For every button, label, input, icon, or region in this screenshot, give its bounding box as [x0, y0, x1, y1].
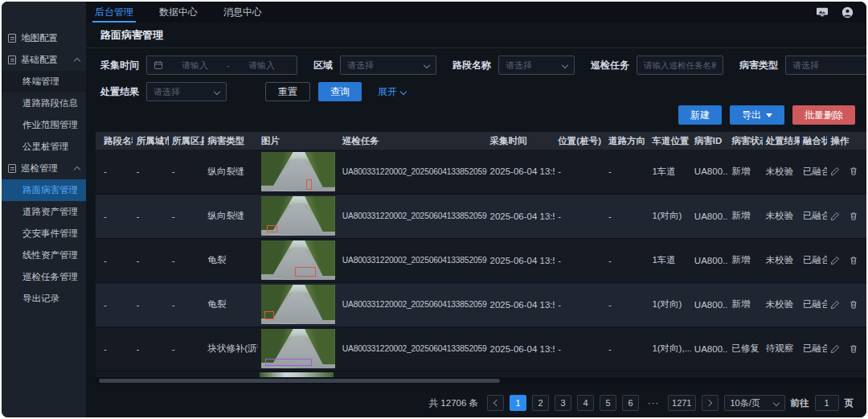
detection-box — [267, 225, 277, 232]
col-task: 巡检任务 — [339, 132, 487, 150]
end-date-input[interactable] — [233, 60, 290, 70]
date-range-input[interactable]: - — [146, 55, 297, 75]
table-row[interactable]: - - - 纵向裂缝 UA800331220002_20250604133852… — [96, 194, 866, 238]
road-photo-thumbnail[interactable] — [261, 152, 335, 191]
table-row[interactable]: - - - 纵向裂缝 UA800331220002_20250604133852… — [96, 150, 866, 194]
topbar-icons — [816, 2, 866, 23]
page-button-last[interactable]: 1271 — [668, 395, 695, 411]
sidebar-item-kilometer-post-management[interactable]: 公里桩管理 — [2, 136, 86, 158]
topbar: 后台管理 数据中心 消息中心 — [2, 2, 866, 23]
sidebar-item-linear-asset-management[interactable]: 线性资产管理 — [2, 244, 86, 266]
road-photo-thumbnail[interactable] — [261, 240, 335, 280]
sidebar-item-inspection-task-management[interactable]: 巡检任务管理 — [2, 266, 86, 288]
col-disease-type: 病害类型 — [204, 132, 258, 150]
chevron-down-icon — [214, 88, 220, 95]
collapse-icon — [74, 166, 80, 173]
batch-delete-button[interactable]: 批量删除 — [792, 105, 855, 125]
base-config-icon — [8, 55, 16, 64]
road-photo-thumbnail[interactable] — [261, 196, 335, 236]
page-button-2[interactable]: 2 — [532, 395, 549, 411]
edit-icon[interactable] — [830, 256, 840, 265]
road-photo-thumbnail[interactable] — [261, 285, 335, 324]
main-content: 路面病害管理 采集时间 - 区域 — [86, 23, 866, 417]
col-stake: 位置(桩号) — [555, 132, 605, 150]
goto-page-input[interactable] — [815, 395, 839, 411]
export-button[interactable]: 导出 — [730, 105, 784, 125]
page-button-1[interactable]: 1 — [510, 395, 526, 411]
delete-icon[interactable] — [849, 300, 858, 310]
disease-table: 路段名称 所属城市 所属区县 病害类型 图片 巡检任务 采集时间 位置(桩号) … — [96, 132, 866, 388]
expand-filters-link[interactable]: 展开 — [378, 85, 406, 99]
table-row[interactable]: - - - 龟裂 UA800331220002_2025060413385205… — [96, 238, 866, 282]
collapse-icon — [74, 58, 80, 64]
chevron-down-icon — [772, 400, 779, 406]
page-unit-label: 页 — [845, 397, 854, 409]
chevron-down-icon — [424, 62, 430, 68]
page-button-6[interactable]: 6 — [622, 395, 639, 411]
sidebar-item-road-asset-management[interactable]: 道路资产管理 — [2, 201, 86, 223]
col-city: 所属城市 — [133, 132, 168, 150]
sidebar-item-map-config[interactable]: 地图配置 — [2, 27, 86, 49]
tab-backend-management[interactable]: 后台管理 — [92, 2, 136, 23]
delete-icon[interactable] — [849, 212, 858, 221]
pagination: 共 12706 条 1 2 3 4 5 6 ··· 1271 10条/页 前往 … — [86, 388, 866, 417]
col-result: 处置结果 — [763, 132, 800, 150]
page-button-3[interactable]: 3 — [555, 395, 571, 411]
delete-icon[interactable] — [849, 166, 858, 176]
calendar-icon — [154, 60, 163, 70]
screen-icon[interactable] — [816, 6, 829, 18]
sidebar-item-export-records[interactable]: 导出记录 — [2, 288, 86, 310]
filter-inspection-task: 巡检任务 — [591, 55, 723, 75]
delete-icon[interactable] — [849, 256, 858, 265]
tab-data-center[interactable]: 数据中心 — [157, 2, 200, 23]
result-select[interactable]: 请选择 — [146, 82, 227, 101]
sidebar-item-work-scope-management[interactable]: 作业范围管理 — [2, 114, 86, 136]
next-page-button[interactable] — [702, 395, 719, 411]
edit-icon[interactable] — [830, 300, 840, 310]
page-button-4[interactable]: 4 — [577, 395, 594, 411]
user-icon[interactable] — [841, 6, 854, 18]
filter-collect-time: 采集时间 - — [100, 55, 297, 75]
sidebar-item-road-section-info[interactable]: 道路路段信息 — [2, 92, 86, 114]
col-fusion: 融合状态 — [800, 132, 827, 150]
disease-type-select[interactable]: 请选择 — [785, 55, 866, 75]
table-row[interactable]: - - - 块状修补(沥青) UA800331220002_2025060413… — [96, 327, 866, 371]
filter-result: 处置结果 请选择 — [100, 82, 227, 101]
road-name-select[interactable]: 请选择 — [498, 55, 575, 75]
road-photo-thumbnail[interactable] — [261, 329, 335, 368]
col-direction: 道路方向 — [605, 132, 649, 150]
prev-page-button[interactable] — [487, 395, 504, 411]
sidebar-group-base-config[interactable]: 基础配置 — [2, 49, 86, 71]
sidebar-item-traffic-safety-event-management[interactable]: 交安事件管理 — [2, 223, 86, 244]
sidebar-group-inspection-management[interactable]: 巡检管理 — [2, 158, 86, 179]
sidebar-item-road-disease-management[interactable]: 路面病害管理 — [2, 179, 86, 201]
page-size-select[interactable]: 10条/页 — [724, 395, 785, 411]
start-date-input[interactable] — [166, 60, 223, 70]
goto-label: 前往 — [791, 397, 809, 409]
filter-panel: 采集时间 - 区域 请选择 — [86, 48, 866, 103]
region-select[interactable]: 请选择 — [340, 55, 436, 75]
date-separator: - — [227, 60, 230, 70]
table-header-row: 路段名称 所属城市 所属区县 病害类型 图片 巡检任务 采集时间 位置(桩号) … — [96, 132, 866, 150]
col-operation: 操作 — [827, 132, 866, 150]
delete-icon[interactable] — [849, 344, 858, 354]
search-button[interactable]: 查询 — [318, 82, 362, 101]
inspection-task-input-box — [637, 55, 723, 75]
col-lane: 车道位置 — [649, 132, 690, 150]
page-title: 路面病害管理 — [86, 23, 866, 48]
table-actions: 新建 导出 批量删除 — [86, 103, 866, 132]
col-status: 病害状态 — [728, 132, 762, 150]
create-button[interactable]: 新建 — [678, 105, 722, 125]
more-pages-ellipsis[interactable]: ··· — [645, 395, 662, 411]
scrollbar-thumb[interactable] — [99, 379, 500, 383]
edit-icon[interactable] — [830, 166, 840, 176]
sidebar-item-terminal-management[interactable]: 终端管理 — [2, 71, 86, 92]
reset-button[interactable]: 重置 — [265, 82, 310, 101]
inspection-task-input[interactable] — [637, 60, 723, 70]
edit-icon[interactable] — [830, 344, 840, 354]
page-button-5[interactable]: 5 — [600, 395, 616, 411]
tab-message-center[interactable]: 消息中心 — [221, 2, 264, 23]
total-count: 共 12706 条 — [429, 397, 478, 409]
table-row[interactable]: - - - 龟裂 UA800331220002_2025060413385205… — [96, 282, 866, 327]
edit-icon[interactable] — [830, 212, 840, 221]
